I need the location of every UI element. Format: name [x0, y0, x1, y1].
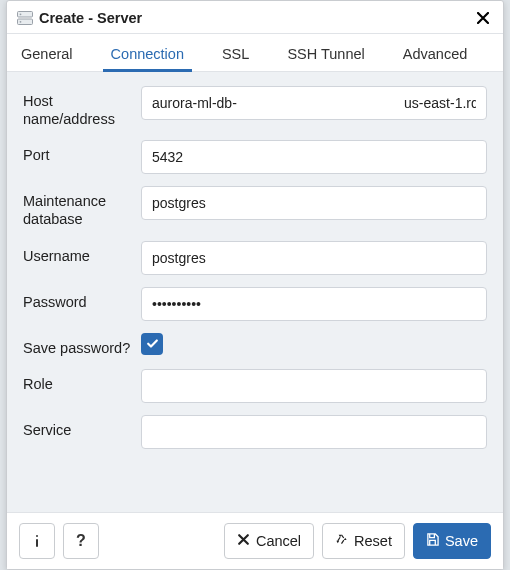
label-role: Role [23, 369, 141, 393]
dialog-body: Host name/address Port Maintenance datab… [7, 72, 503, 512]
row-username: Username [23, 241, 487, 275]
server-icon [17, 11, 33, 25]
reset-button-label: Reset [354, 533, 392, 549]
save-button-label: Save [445, 533, 478, 549]
password-input[interactable] [141, 287, 487, 321]
row-port: Port [23, 140, 487, 174]
help-button[interactable]: ? [63, 523, 99, 559]
tab-advanced[interactable]: Advanced [393, 38, 478, 71]
tab-connection[interactable]: Connection [101, 38, 194, 71]
label-port: Port [23, 140, 141, 164]
label-save-password: Save password? [23, 333, 141, 357]
info-button[interactable] [19, 523, 55, 559]
row-service: Service [23, 415, 487, 449]
save-password-checkbox[interactable] [141, 333, 163, 355]
cancel-button-label: Cancel [256, 533, 301, 549]
tab-general[interactable]: General [11, 38, 83, 71]
svg-point-3 [20, 21, 22, 23]
label-host: Host name/address [23, 86, 141, 128]
tabs: General Connection SSL SSH Tunnel Advanc… [7, 34, 503, 72]
create-server-dialog: Create - Server General Connection SSL S… [6, 0, 504, 570]
maintenance-db-input[interactable] [141, 186, 487, 220]
label-service: Service [23, 415, 141, 439]
dialog-titlebar: Create - Server [7, 1, 503, 34]
service-input[interactable] [141, 415, 487, 449]
role-input[interactable] [141, 369, 487, 403]
cancel-button[interactable]: Cancel [224, 523, 314, 559]
svg-point-2 [20, 13, 22, 15]
label-username: Username [23, 241, 141, 265]
row-host: Host name/address [23, 86, 487, 128]
svg-rect-5 [36, 539, 38, 547]
save-button[interactable]: Save [413, 523, 491, 559]
dialog-footer: ? Cancel Reset Save [7, 512, 503, 569]
row-password: Password [23, 287, 487, 321]
label-maintenance: Maintenance database [23, 186, 141, 228]
reset-button[interactable]: Reset [322, 523, 405, 559]
host-input[interactable] [141, 86, 487, 120]
label-password: Password [23, 287, 141, 311]
tab-ssh-tunnel[interactable]: SSH Tunnel [277, 38, 374, 71]
row-role: Role [23, 369, 487, 403]
svg-rect-4 [36, 535, 38, 537]
save-icon [426, 533, 439, 549]
username-input[interactable] [141, 241, 487, 275]
recycle-icon [335, 533, 348, 549]
dialog-title: Create - Server [39, 10, 473, 26]
close-icon [237, 533, 250, 549]
help-icon: ? [76, 532, 86, 550]
row-save-password: Save password? [23, 333, 487, 357]
tab-ssl[interactable]: SSL [212, 38, 259, 71]
close-icon[interactable] [473, 9, 493, 27]
row-maintenance: Maintenance database [23, 186, 487, 228]
port-input[interactable] [141, 140, 487, 174]
